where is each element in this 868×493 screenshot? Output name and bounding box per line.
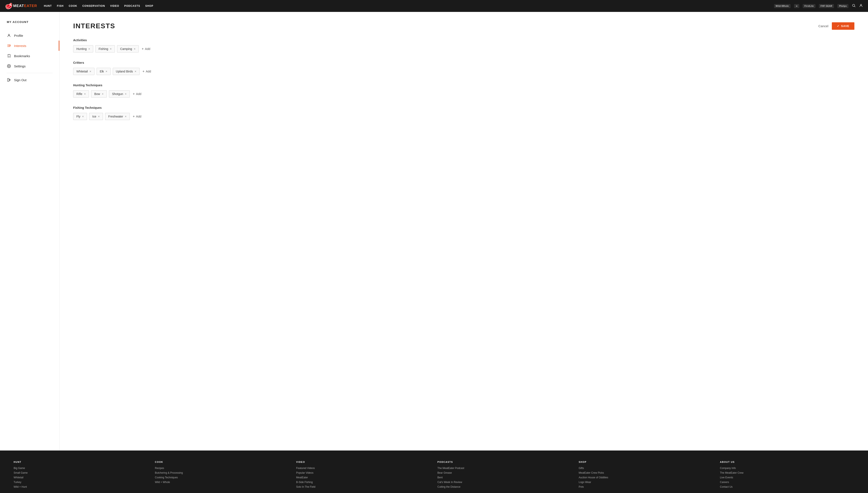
page-title: INTERESTS (73, 22, 115, 30)
tag-remove-fishing[interactable]: × (110, 47, 112, 50)
brand-firstlite[interactable]: FirstLite (803, 4, 815, 8)
tag-remove-whitetail[interactable]: × (89, 70, 91, 73)
tag-label: Elk (100, 70, 104, 73)
tag-label: Whitetail (76, 70, 88, 73)
footer-link-meateater[interactable]: MeatEater (296, 476, 430, 479)
tag-remove-freshwater[interactable]: × (125, 115, 126, 118)
footer-col-video: VIDEOFeatured VideosPopular VideosMeatEa… (296, 461, 430, 490)
main-header: INTERESTS Cancel SAVE (73, 22, 854, 30)
footer-col-title: HUNT (14, 461, 148, 463)
footer-link-logo-wear[interactable]: Logo Wear (579, 481, 713, 484)
footer-link-solo-in-the-field[interactable]: Solo In The Field (296, 485, 430, 488)
footer-link-cooking-techniques[interactable]: Cooking Techniques (155, 476, 289, 479)
footer-link-pots[interactable]: Pots (579, 485, 713, 488)
sidebar-item-label-bookmarks: Bookmarks (14, 54, 30, 58)
sidebar-item-interests[interactable]: Interests (7, 41, 53, 51)
tag-remove-upland-birds[interactable]: × (135, 70, 136, 73)
footer-link-the-meateater-podcast[interactable]: The MeatEater Podcast (438, 467, 572, 470)
footer-link-whitetail[interactable]: Whitetail (14, 476, 148, 479)
tag-elk: Elk× (97, 68, 110, 75)
search-button[interactable] (852, 4, 856, 8)
tag-remove-ice[interactable]: × (98, 115, 100, 118)
tags-row-hunting-techniques: Rifle×Bow×Shotgun×+ Add (73, 90, 854, 98)
footer-link-meateater-crew-picks[interactable]: MeatEater Crew Picks (579, 471, 713, 474)
nav-links: HUNTFISHCOOKCONSERVATIONVIDEOPODCASTSSHO… (44, 4, 771, 7)
sidebar-item-profile[interactable]: Profile (7, 30, 53, 41)
nav-link-shop[interactable]: SHOP (145, 4, 154, 7)
nav-brands: Wild+Whole ⚔ FirstLite FHF GEAR Phelps (774, 4, 848, 8)
sidebar-item-settings[interactable]: Settings (7, 61, 53, 71)
sidebar-item-bookmarks[interactable]: Bookmarks (7, 51, 53, 61)
footer-link-gifts[interactable]: Gifts (579, 467, 713, 470)
footer-link-cal's-week-in-review[interactable]: Cal's Week In Review (438, 481, 572, 484)
plus-icon: + (142, 47, 144, 51)
nav-link-hunt[interactable]: HUNT (44, 4, 52, 7)
footer-link-careers[interactable]: Careers (720, 481, 854, 484)
footer-link-the-meateater-crew[interactable]: The MeatEater Crew (720, 471, 854, 474)
cancel-button[interactable]: Cancel (819, 24, 828, 28)
sidebar-item-label-interests: Interests (14, 44, 26, 48)
sidebar: MY ACCOUNT ProfileInterestsBookmarksSett… (0, 12, 60, 450)
sidebar-item-signout[interactable]: Sign Out (7, 75, 53, 85)
account-button[interactable] (859, 4, 863, 8)
tag-remove-rifle[interactable]: × (84, 92, 86, 95)
footer-link-butchering-&-processing[interactable]: Butchering & Processing (155, 471, 289, 474)
footer-link-small-game[interactable]: Small Game (14, 471, 148, 474)
sidebar-divider (7, 73, 53, 73)
logo[interactable]: 🥩 MEAT EATER (5, 3, 37, 9)
footer-link-wild-+-whole[interactable]: Wild + Whole (155, 481, 289, 484)
footer-link-featured-videos[interactable]: Featured Videos (296, 467, 430, 470)
tag-label: Fly (76, 115, 80, 118)
brand-fhfgear[interactable]: FHF GEAR (819, 4, 834, 8)
save-button[interactable]: SAVE (832, 22, 854, 30)
tag-label: Ice (92, 115, 96, 118)
tag-label: Camping (120, 47, 132, 50)
tag-remove-hunting[interactable]: × (88, 47, 90, 50)
nav-link-fish[interactable]: FISH (57, 4, 64, 7)
brand-phelps[interactable]: Phelps (837, 4, 848, 8)
interests-icon (7, 44, 11, 48)
footer-link-bent[interactable]: Bent (438, 476, 572, 479)
footer-link-live-events[interactable]: Live Events (720, 476, 854, 479)
nav-link-conservation[interactable]: CONSERVATION (82, 4, 105, 7)
top-navigation: 🥩 MEAT EATER HUNTFISHCOOKCONSERVATIONVID… (0, 0, 868, 12)
tag-fly: Fly× (73, 113, 87, 120)
footer-link-popular-videos[interactable]: Popular Videos (296, 471, 430, 474)
add-label: Add (136, 92, 141, 95)
section-activities: ActivitiesHunting×Fishing×Camping×+ Add (73, 39, 854, 52)
footer-link-recipes[interactable]: Recipes (155, 467, 289, 470)
footer-link-cutting-the-distance[interactable]: Cutting the Distance (438, 485, 572, 488)
nav-link-cook[interactable]: COOK (69, 4, 77, 7)
add-button-hunting-techniques[interactable]: + Add (132, 90, 142, 98)
footer-link-company-info[interactable]: Company Info (720, 467, 854, 470)
tag-remove-bow[interactable]: × (102, 92, 103, 95)
tag-label: Bow (94, 92, 100, 95)
tag-remove-shotgun[interactable]: × (125, 92, 126, 95)
footer-link-auction-house-of-oddities[interactable]: Auction House of Oddities (579, 476, 713, 479)
footer-link-b-side-fishing[interactable]: B-Side Fishing (296, 481, 430, 484)
tag-remove-elk[interactable]: × (105, 70, 107, 73)
footer-link-contact-us[interactable]: Contact Us (720, 485, 854, 488)
add-button-fishing-techniques[interactable]: + Add (132, 113, 142, 120)
footer-link-turkey[interactable]: Turkey (14, 481, 148, 484)
signout-label: Sign Out (14, 78, 26, 82)
brand-icon1[interactable]: ⚔ (794, 4, 800, 8)
footer-link-big-game[interactable]: Big Game (14, 467, 148, 470)
footer-link-wild-+-hunt[interactable]: Wild + Hunt (14, 485, 148, 488)
brand-wild-whole[interactable]: Wild+Whole (774, 4, 791, 8)
svg-line-1 (854, 6, 855, 7)
main-content: INTERESTS Cancel SAVE ActivitiesHunting×… (60, 12, 868, 450)
svg-point-0 (852, 4, 855, 6)
tag-label: Rifle (76, 92, 82, 95)
nav-link-video[interactable]: VIDEO (110, 4, 119, 7)
tag-rifle: Rifle× (73, 90, 89, 98)
tag-remove-camping[interactable]: × (134, 47, 136, 50)
plus-icon: + (133, 114, 135, 119)
add-button-critters[interactable]: + Add (142, 68, 152, 75)
tag-remove-fly[interactable]: × (82, 115, 84, 118)
footer-link-bear-grease[interactable]: Bear Grease (438, 471, 572, 474)
add-button-activities[interactable]: + Add (141, 45, 151, 52)
footer-col-title: PODCASTS (438, 461, 572, 463)
nav-link-podcasts[interactable]: PODCASTS (124, 4, 140, 7)
sidebar-title: MY ACCOUNT (7, 20, 53, 24)
